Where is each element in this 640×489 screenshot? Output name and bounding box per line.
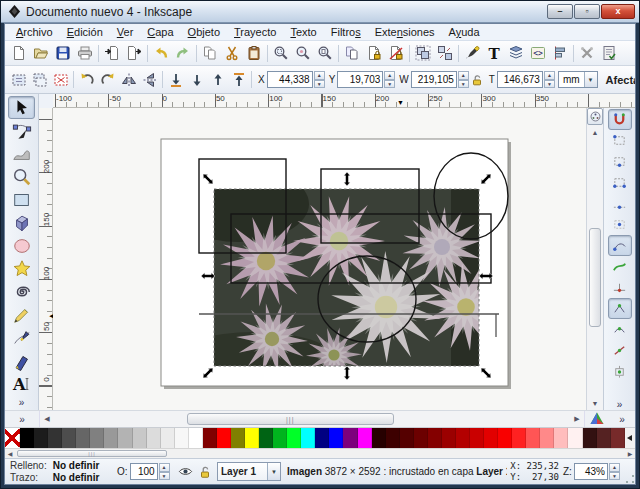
inkscape-preferences-button[interactable]: [576, 43, 598, 64]
color-swatch[interactable]: [273, 428, 287, 448]
color-swatch[interactable]: [133, 428, 147, 448]
swatch-none[interactable]: [5, 428, 20, 448]
color-swatch[interactable]: [76, 428, 90, 448]
snap-paths-button[interactable]: [608, 256, 632, 277]
scroll-left-arrow[interactable]: ◀: [40, 411, 54, 427]
height-spinner[interactable]: ▲▼: [544, 71, 555, 88]
canvas-viewport[interactable]: [53, 108, 586, 410]
color-swatch[interactable]: [104, 428, 118, 448]
calligraphy-tool-button[interactable]: [8, 349, 35, 372]
x-coordinate-field[interactable]: 44,338: [267, 71, 313, 88]
align-distribute-dialog-button[interactable]: [549, 43, 571, 64]
layer-dropdown-arrow-icon[interactable]: ▼: [267, 463, 280, 480]
color-swatch[interactable]: [498, 428, 512, 448]
height-field[interactable]: 146,673: [497, 71, 543, 88]
menu-texto[interactable]: Texto: [283, 25, 323, 39]
text-dialog-button[interactable]: T: [483, 43, 505, 64]
layer-lock-toggle[interactable]: [195, 465, 215, 479]
rotate-90-cw-button[interactable]: [97, 69, 118, 90]
lower-one-step-button[interactable]: [186, 69, 207, 90]
opacity-field[interactable]: 100: [130, 463, 158, 480]
node-editor-tool-button[interactable]: [8, 119, 35, 142]
toolbox-overflow-chevron[interactable]: »: [5, 411, 39, 427]
snap-line-midpoints-button[interactable]: [608, 340, 632, 361]
flip-horizontal-button[interactable]: [118, 69, 139, 90]
box-3d-tool-button[interactable]: [8, 211, 35, 234]
fill-stroke-indicator[interactable]: Relleno: No definir Trazo: No definir: [5, 460, 117, 484]
palette-more-arrow[interactable]: [625, 428, 635, 448]
menu-extensiones[interactable]: Extensiones: [368, 25, 442, 39]
color-swatch[interactable]: [470, 428, 484, 448]
color-swatch[interactable]: [568, 428, 582, 448]
color-swatch[interactable]: [245, 428, 259, 448]
rotate-90-ccw-button[interactable]: [76, 69, 97, 90]
color-swatch[interactable]: [20, 428, 34, 448]
color-swatch[interactable]: [400, 428, 414, 448]
color-swatch[interactable]: [301, 428, 315, 448]
unit-dropdown-arrow-icon[interactable]: ▼: [584, 72, 597, 87]
color-swatch[interactable]: [343, 428, 357, 448]
snap-bbox-edges-button[interactable]: [608, 151, 632, 172]
maximize-button[interactable]: ▫: [574, 4, 600, 19]
snap-cusp-nodes-button[interactable]: [608, 298, 632, 319]
cut-button[interactable]: [221, 43, 243, 64]
width-spinner[interactable]: ▲▼: [458, 71, 469, 88]
palette-scroll-left-arrow[interactable]: ◀: [5, 449, 15, 458]
y-coordinate-spinner[interactable]: ▲▼: [384, 71, 395, 88]
deselect-button[interactable]: [50, 69, 71, 90]
close-button[interactable]: x: [601, 4, 635, 19]
flip-vertical-button[interactable]: [139, 69, 160, 90]
star-tool-button[interactable]: [8, 257, 35, 280]
snapbar-overflow-chevron[interactable]: »: [609, 411, 635, 427]
zoom-to-selection-button[interactable]: [270, 43, 292, 64]
horizontal-scrollbar[interactable]: ◀ ||| ▶: [39, 411, 585, 427]
color-swatch[interactable]: [414, 428, 428, 448]
group-objects-button[interactable]: [412, 43, 434, 64]
color-swatch[interactable]: [48, 428, 62, 448]
color-swatch[interactable]: [161, 428, 175, 448]
color-swatch[interactable]: [315, 428, 329, 448]
snapbar-overflow-chevron[interactable]: »: [614, 399, 626, 410]
embedded-photo[interactable]: [169, 166, 510, 384]
minimize-button[interactable]: –: [547, 4, 573, 19]
color-swatch[interactable]: [512, 428, 526, 448]
color-swatch[interactable]: [428, 428, 442, 448]
width-field[interactable]: 219,105: [411, 71, 457, 88]
lower-to-bottom-button[interactable]: [165, 69, 186, 90]
scroll-up-arrow[interactable]: ▲: [587, 125, 603, 139]
ellipse-tool-button[interactable]: [8, 234, 35, 257]
new-document-button[interactable]: [8, 43, 30, 64]
palette-scroll-thumb[interactable]: |||: [17, 450, 167, 457]
spiral-tool-button[interactable]: [8, 280, 35, 303]
color-swatch[interactable]: [372, 428, 386, 448]
snap-smooth-nodes-button[interactable]: [608, 319, 632, 340]
opacity-control[interactable]: O: 100 ▲▼: [117, 463, 175, 480]
color-swatch[interactable]: [611, 428, 625, 448]
palette-scrollbar[interactable]: ◀ ||| ▶: [5, 448, 635, 458]
drawing-canvas[interactable]: [53, 108, 586, 410]
color-swatch[interactable]: [329, 428, 343, 448]
color-swatch[interactable]: [189, 428, 203, 448]
snap-path-intersections-button[interactable]: [608, 277, 632, 298]
document-properties-button[interactable]: [598, 43, 620, 64]
lock-ratio-toggle[interactable]: [469, 73, 485, 87]
toolbox-overflow-chevron[interactable]: »: [16, 397, 28, 410]
vertical-ruler[interactable]: 200150100500◀: [39, 108, 53, 410]
layers-dialog-button[interactable]: [505, 43, 527, 64]
color-swatch[interactable]: [118, 428, 132, 448]
selector-tool-button[interactable]: [8, 96, 35, 119]
color-swatch[interactable]: [34, 428, 48, 448]
tweak-tool-button[interactable]: [8, 142, 35, 165]
color-swatch[interactable]: [90, 428, 104, 448]
snap-object-centers-button[interactable]: [608, 361, 632, 382]
color-swatch[interactable]: [554, 428, 568, 448]
x-coordinate-spinner[interactable]: ▲▼: [314, 71, 325, 88]
snap-bounding-box-button[interactable]: [608, 130, 632, 151]
fill-and-stroke-dialog-button[interactable]: [461, 43, 483, 64]
color-swatch[interactable]: [175, 428, 189, 448]
horizontal-ruler[interactable]: -100-50050100150200250300350▼: [53, 94, 635, 108]
raise-one-step-button[interactable]: [207, 69, 228, 90]
color-swatch[interactable]: [358, 428, 372, 448]
zoom-control[interactable]: Z: 43% ▲▼: [563, 463, 625, 480]
text-tool-button[interactable]: A: [8, 372, 35, 395]
